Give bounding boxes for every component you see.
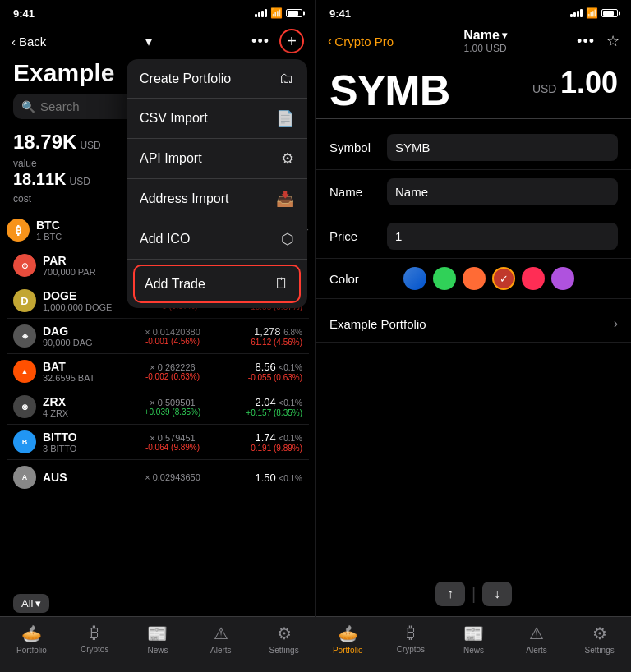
price-label: Price <box>329 229 387 243</box>
cryptos-icon-right: ₿ <box>407 624 415 642</box>
color-swatch-pink[interactable] <box>522 267 545 290</box>
address-import-icon: 📥 <box>276 190 294 208</box>
par-amount: 700,000 PAR <box>43 267 100 277</box>
price-row: Price <box>316 214 631 259</box>
sort-down-button[interactable]: ↓ <box>482 582 512 606</box>
more-options-button[interactable]: ••• <box>251 33 269 50</box>
coin-header: SYMB USD 1.00 <box>316 59 631 119</box>
color-swatch-red-selected[interactable] <box>492 267 515 290</box>
right-subtitle: 1.00 USD <box>463 43 507 54</box>
bat-change: -0.002 (0.63%) <box>107 372 238 381</box>
back-button-left[interactable]: ‹ Back <box>12 35 46 48</box>
aus-value: 1.50 <0.1% <box>245 472 302 484</box>
cryptos-icon: ₿ <box>90 624 99 642</box>
symbol-label: Symbol <box>329 140 387 154</box>
doge-symbol: DOGE <box>43 289 112 302</box>
nav-settings-right[interactable]: ⚙ Settings <box>568 624 631 659</box>
settings-label-right: Settings <box>585 646 615 655</box>
wifi-icon: 📶 <box>270 7 283 19</box>
bitto-name-col: BITTO 3 BITTO <box>43 430 100 453</box>
favorite-icon[interactable]: ☆ <box>606 32 619 50</box>
nav-alerts-right[interactable]: ⚠ Alerts <box>505 624 569 659</box>
status-icons-right: 📶 <box>570 7 618 19</box>
create-portfolio-item[interactable]: Create Portfolio 🗂 <box>127 59 307 99</box>
bat-multiplier: × 0.262226 <box>107 362 238 372</box>
bat-value: 8.56 <0.1% <box>245 361 302 373</box>
settings-label-left: Settings <box>269 646 299 655</box>
stat-cost-amount: 18.11K <box>13 170 67 189</box>
csv-import-label: CSV Import <box>140 111 208 126</box>
back-label-right: Crypto Pro <box>334 35 394 48</box>
nav-cryptos-right[interactable]: ₿ Cryptos <box>380 624 443 659</box>
settings-icon-right: ⚙ <box>592 624 607 643</box>
back-button-right[interactable]: ‹ Crypto Pro <box>328 34 394 48</box>
filter-button[interactable]: All ▾ <box>13 594 49 613</box>
dag-value-col: 1,278 6.8% -61.12 (4.56%) <box>245 325 302 347</box>
more-options-right[interactable]: ••• <box>577 33 595 50</box>
par-icon: ⊙ <box>13 254 36 277</box>
filter-bar: All ▾ <box>0 591 316 616</box>
portfolio-icon-right: 🥧 <box>338 624 358 643</box>
color-swatches <box>403 267 574 290</box>
sort-up-button[interactable]: ↑ <box>435 582 465 606</box>
coin-form: Symbol Name Price Color <box>316 119 631 306</box>
par-symbol: PAR <box>43 254 100 267</box>
bitto-value: 1.74 <0.1% <box>245 431 302 444</box>
bitto-symbol: BITTO <box>43 430 100 444</box>
portfolio-label-right: Portfolio <box>333 646 363 655</box>
portfolio-chevron-icon: › <box>614 316 618 331</box>
time-right: 9:41 <box>329 7 351 20</box>
dag-price-col: × 0.01420380 -0.001 (4.56%) <box>107 327 238 346</box>
nav-news-right[interactable]: 📰 News <box>442 624 505 659</box>
spacer <box>316 343 631 572</box>
table-row[interactable]: ▲ BAT 32.6595 BAT × 0.262226 -0.002 (0.6… <box>7 354 309 389</box>
battery-icon-right <box>601 9 618 17</box>
color-label: Color <box>329 272 387 286</box>
nav-portfolio-right[interactable]: 🥧 Portfolio <box>316 624 380 659</box>
btc-icon: ₿ <box>7 219 30 242</box>
zrx-name-col: ZRX 4 ZRX <box>43 395 100 418</box>
add-button[interactable]: + <box>279 29 304 53</box>
address-import-label: Address Import <box>140 191 228 206</box>
color-swatch-purple[interactable] <box>551 267 574 290</box>
nav-settings-left[interactable]: ⚙ Settings <box>252 624 316 659</box>
stat-value-unit: USD <box>80 140 100 151</box>
color-swatch-green[interactable] <box>433 267 456 290</box>
name-input[interactable] <box>387 178 618 205</box>
csv-import-item[interactable]: CSV Import 📄 <box>127 99 307 139</box>
zrx-change: +0.039 (8.35%) <box>107 407 238 417</box>
price-input[interactable] <box>387 223 618 250</box>
api-import-item[interactable]: API Import ⚙ <box>127 139 307 179</box>
bitto-multiplier: × 0.579451 <box>107 433 238 443</box>
dropdown-menu: Create Portfolio 🗂 CSV Import 📄 API Impo… <box>127 59 307 308</box>
symbol-input[interactable] <box>387 134 618 161</box>
add-trade-item[interactable]: Add Trade 🗒 <box>133 265 301 303</box>
table-row[interactable]: ◈ DAG 90,000 DAG × 0.01420380 -0.001 (4.… <box>7 319 309 354</box>
news-label-right: News <box>463 646 484 655</box>
table-row[interactable]: B BITTO 3 BITTO × 0.579451 -0.064 (9.89%… <box>7 425 309 460</box>
stat-value-amount: 18.79K <box>13 131 76 154</box>
color-swatch-orange[interactable] <box>463 267 486 290</box>
sort-up-icon: ↑ <box>447 587 454 601</box>
nav-cryptos-left[interactable]: ₿ Cryptos <box>63 624 127 659</box>
portfolio-selector-row[interactable]: Example Portfolio › <box>316 306 631 343</box>
nav-center-chevron[interactable]: ▾ <box>145 34 152 49</box>
cryptos-label-left: Cryptos <box>81 645 108 654</box>
nav-alerts-left[interactable]: ⚠ Alerts <box>189 624 252 659</box>
dag-icon: ◈ <box>13 324 36 348</box>
add-ico-item[interactable]: Add ICO ⬡ <box>127 219 307 260</box>
table-row[interactable]: ⊗ ZRX 4 ZRX × 0.509501 +0.039 (8.35%) 2.… <box>7 389 309 425</box>
nav-portfolio-left[interactable]: 🥧 Portfolio <box>0 624 63 659</box>
color-swatch-blue[interactable] <box>403 267 426 290</box>
address-import-item[interactable]: Address Import 📥 <box>127 179 307 219</box>
nav-news-left[interactable]: 📰 News <box>127 624 190 659</box>
stat-cost-unit: USD <box>70 176 90 187</box>
bottom-nav-left: 🥧 Portfolio ₿ Cryptos 📰 News ⚠ Alerts ⚙ … <box>0 616 316 672</box>
table-row[interactable]: A AUS × 0.02943650 1.50 <0.1% <box>7 460 309 495</box>
right-panel: 9:41 📶 ‹ Crypto Pro Name ▾ 1.00 USD <box>316 0 631 672</box>
create-portfolio-label: Create Portfolio <box>140 71 231 86</box>
stat-value-label: value <box>13 158 37 169</box>
doge-name-col: DOGE 1,000,000 DOGE <box>43 289 112 312</box>
aus-price-col: × 0.02943650 <box>107 472 238 482</box>
name-label: Name <box>329 185 387 199</box>
